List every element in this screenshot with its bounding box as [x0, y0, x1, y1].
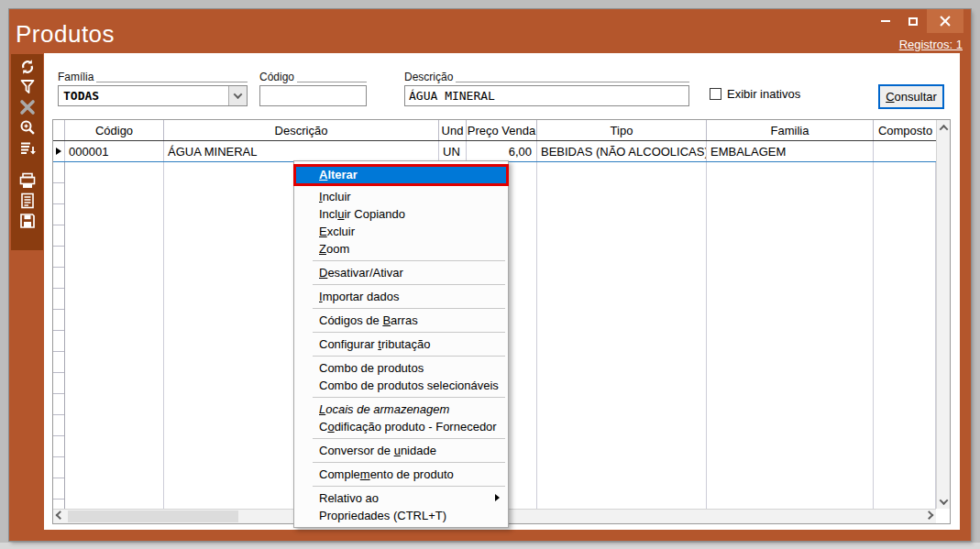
- table-row[interactable]: 000001 ÁGUA MINERAL UN 6,00 BEBIDAS (NÃO…: [53, 141, 950, 162]
- maximize-icon: [908, 17, 918, 26]
- descricao-label: Descrição: [404, 71, 453, 83]
- scroll-down-button[interactable]: [937, 494, 950, 509]
- codigo-label-row: Código: [259, 70, 367, 83]
- header-und[interactable]: Und: [439, 120, 467, 140]
- submenu-arrow-icon: [495, 494, 500, 501]
- desktop-bottom-strip: [0, 543, 980, 549]
- filter-icon: [18, 78, 37, 96]
- row-indicator-cell: [53, 141, 65, 161]
- window-title: Produtos: [16, 20, 115, 49]
- cell-descricao[interactable]: ÁGUA MINERAL: [164, 141, 439, 161]
- exibir-inativos-checkbox[interactable]: [710, 88, 721, 100]
- menu-item-complemento-de-produto[interactable]: Complemento de produto: [294, 466, 508, 483]
- menu-item-excluir[interactable]: Excluir: [294, 223, 508, 240]
- grid-header: Código Descrição Und Preço Venda Tipo Fa…: [53, 120, 950, 141]
- menu-separator: [313, 260, 505, 261]
- scroll-right-button[interactable]: [922, 510, 936, 523]
- left-toolbar: [11, 54, 43, 250]
- menu-item-importar-dados[interactable]: Importar dados: [294, 288, 508, 305]
- cell-familia[interactable]: EMBALAGEM: [707, 141, 874, 161]
- save-button[interactable]: [16, 211, 39, 231]
- menu-separator: [313, 462, 505, 463]
- cancel-button[interactable]: [16, 97, 39, 117]
- menu-separator: [313, 486, 505, 487]
- codigo-field-group: Código: [259, 70, 367, 106]
- exibir-inativos-group: Exibir inativos: [710, 87, 800, 101]
- produtos-window: Produtos Registros: 1: [9, 9, 971, 541]
- vertical-scrollbar[interactable]: [936, 120, 950, 509]
- window-controls: [872, 9, 963, 33]
- sort-button[interactable]: [16, 137, 39, 158]
- menu-item-desativar-ativar[interactable]: Desativar/Ativar: [294, 264, 508, 281]
- familia-dropdown[interactable]: TODAS: [58, 85, 248, 106]
- refresh-button[interactable]: [16, 57, 39, 77]
- save-icon: [18, 212, 37, 230]
- menu-separator: [313, 284, 505, 285]
- header-tipo[interactable]: Tipo: [537, 120, 707, 140]
- grid-column-line: [706, 162, 707, 509]
- maximize-button[interactable]: [899, 9, 927, 33]
- consultar-button[interactable]: Consultar: [878, 84, 944, 109]
- menu-separator: [313, 308, 505, 309]
- header-codigo[interactable]: Código: [65, 120, 164, 140]
- menu-item-locais-de-armazenagem[interactable]: Locais de armazenagem: [294, 401, 508, 418]
- header-familia[interactable]: Familia: [707, 120, 874, 140]
- cell-preco-venda[interactable]: 6,00: [467, 141, 537, 161]
- registros-link[interactable]: Registros: 1: [899, 38, 963, 51]
- menu-item-codificacao-produto-fornecedor[interactable]: Codificação produto - Fornecedor: [294, 418, 508, 435]
- codigo-label: Código: [259, 71, 294, 83]
- chevron-down-icon: [939, 496, 948, 505]
- scroll-up-button[interactable]: [937, 120, 950, 135]
- print-button[interactable]: [16, 170, 39, 191]
- print-icon: [18, 171, 37, 190]
- menu-item-combo-de-produtos[interactable]: Combo de produtos: [294, 359, 508, 377]
- menu-item-alterar[interactable]: Alterar: [293, 164, 509, 186]
- header-descricao[interactable]: Descrição: [164, 120, 439, 140]
- scroll-left-button[interactable]: [53, 510, 67, 523]
- zoom-button[interactable]: [16, 117, 39, 137]
- horizontal-scrollbar-thumb[interactable]: [68, 511, 238, 522]
- menu-item-relativo-ao[interactable]: Relativo ao: [294, 489, 508, 507]
- descricao-label-row: Descrição: [404, 70, 689, 83]
- row-indicator-column: [53, 162, 65, 509]
- header-composto[interactable]: Composto: [874, 120, 938, 140]
- menu-item-combo-de-produtos-selecionaveis[interactable]: Combo de produtos selecionáveis: [294, 377, 508, 394]
- header-indicator: [53, 120, 65, 140]
- chevron-left-icon: [56, 511, 65, 520]
- grid-column-line: [163, 162, 164, 509]
- client-area: Família TODAS Código Descrição: [44, 53, 960, 530]
- menu-separator: [313, 438, 505, 439]
- cell-tipo[interactable]: BEBIDAS (NÃO ALCOOLICAS): [537, 141, 707, 161]
- grid-column-line: [873, 162, 874, 509]
- current-row-marker-icon: [56, 148, 61, 155]
- exibir-inativos-label: Exibir inativos: [727, 87, 800, 101]
- chevron-down-icon: [234, 90, 243, 99]
- titlebar[interactable]: Produtos Registros: 1: [9, 9, 971, 53]
- familia-label: Família: [58, 71, 94, 83]
- menu-item-conversor-de-unidade[interactable]: Conversor de unidade: [294, 442, 508, 459]
- sort-icon: [18, 138, 37, 157]
- cell-und[interactable]: UN: [439, 141, 467, 161]
- menu-item-incluir[interactable]: Incluir: [294, 188, 508, 205]
- zoom-icon: [18, 118, 37, 137]
- menu-item-configurar-tributacao[interactable]: Configurar tributação: [294, 335, 508, 353]
- cell-codigo[interactable]: 000001: [65, 141, 164, 161]
- descricao-input[interactable]: [404, 85, 689, 106]
- menu-separator: [313, 356, 505, 357]
- header-preco-venda[interactable]: Preço Venda: [467, 120, 537, 140]
- close-button[interactable]: [927, 9, 963, 33]
- filter-button[interactable]: [16, 77, 39, 97]
- descricao-label-line: [456, 82, 689, 82]
- minimize-button[interactable]: [872, 9, 899, 33]
- menu-item-zoom[interactable]: Zoom: [294, 240, 508, 258]
- familia-dropdown-button[interactable]: [228, 86, 247, 105]
- context-menu: Alterar Incluir Incluir Copiando Excluir…: [293, 160, 509, 528]
- cell-composto[interactable]: [874, 141, 938, 161]
- menu-item-propriedades[interactable]: Propriedades (CTRL+T): [294, 507, 508, 524]
- minimize-icon: [881, 20, 890, 22]
- menu-item-codigos-de-barras[interactable]: Códigos de Barras: [294, 312, 508, 329]
- familia-label-row: Família: [58, 70, 248, 83]
- menu-item-incluir-copiando[interactable]: Incluir Copiando: [294, 205, 508, 223]
- codigo-input[interactable]: [259, 85, 367, 106]
- report-button[interactable]: [16, 191, 39, 211]
